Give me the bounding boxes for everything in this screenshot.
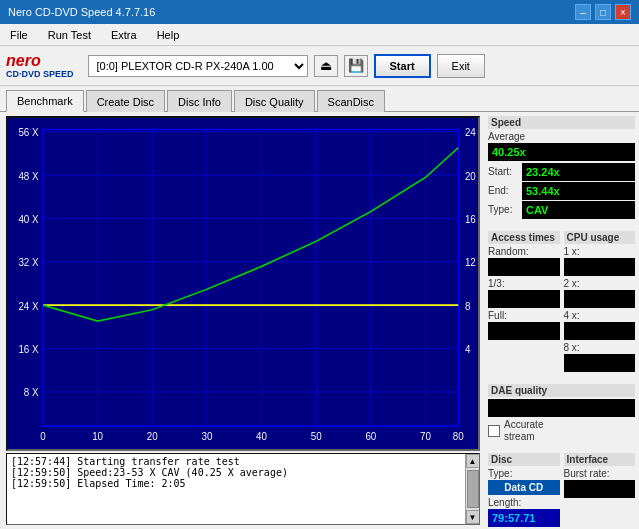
cpu-x4-value	[564, 322, 636, 340]
one-third-value	[488, 290, 560, 308]
log-scroll-down[interactable]: ▼	[466, 510, 480, 524]
cpu-x1-value	[564, 258, 636, 276]
svg-text:24 X: 24 X	[18, 301, 39, 312]
cpu-x8-value	[564, 354, 636, 372]
maximize-button[interactable]: □	[595, 4, 611, 20]
chart-svg: 56 X 48 X 40 X 32 X 24 X 16 X 8 X 24 20 …	[8, 118, 478, 449]
drive-select[interactable]: [0:0] PLEXTOR CD-R PX-240A 1.00	[88, 55, 308, 77]
disc-length-label: Length:	[488, 497, 560, 508]
menu-runtest[interactable]: Run Test	[42, 27, 97, 43]
log-scrollbar[interactable]: ▲ ▼	[465, 454, 479, 524]
log-scroll-thumb[interactable]	[467, 470, 479, 508]
main-content: 56 X 48 X 40 X 32 X 24 X 16 X 8 X 24 20 …	[0, 112, 639, 529]
end-value: 53.44x	[522, 182, 635, 200]
svg-text:20: 20	[465, 170, 476, 181]
menu-help[interactable]: Help	[151, 27, 186, 43]
titlebar: Nero CD-DVD Speed 4.7.7.16 – □ ×	[0, 0, 639, 24]
logo-main: nero	[6, 53, 74, 69]
disc-title: Disc	[488, 453, 560, 466]
svg-text:50: 50	[311, 431, 322, 442]
accurate-stream-row: Accurate stream	[488, 419, 635, 443]
cpu-x8-label: 8 x:	[564, 342, 636, 353]
close-button[interactable]: ×	[615, 4, 631, 20]
chart-container: 56 X 48 X 40 X 32 X 24 X 16 X 8 X 24 20 …	[6, 116, 480, 451]
right-panel: Speed Average 40.25x Start: 23.24x End: …	[484, 112, 639, 529]
svg-text:0: 0	[40, 431, 46, 442]
dae-section: DAE quality Accurate stream	[488, 384, 635, 443]
disc-section: Disc Type: Data CD Length: 79:57.71	[488, 453, 560, 529]
window-title: Nero CD-DVD Speed 4.7.7.16	[8, 6, 155, 18]
accurate-stream-checkbox[interactable]	[488, 425, 500, 437]
average-value: 40.25x	[488, 143, 635, 161]
random-value	[488, 258, 560, 276]
chart-wrapper: 56 X 48 X 40 X 32 X 24 X 16 X 8 X 24 20 …	[0, 112, 484, 529]
tab-disc-info[interactable]: Disc Info	[167, 90, 232, 112]
stream-label: stream	[504, 431, 543, 442]
tab-benchmark[interactable]: Benchmark	[6, 90, 84, 112]
svg-text:20: 20	[147, 431, 158, 442]
disc-type-value: Data CD	[488, 480, 560, 495]
menubar: File Run Test Extra Help	[0, 24, 639, 46]
svg-text:32 X: 32 X	[18, 257, 39, 268]
average-label: Average	[488, 131, 525, 142]
tab-scandisc[interactable]: ScanDisc	[317, 90, 385, 112]
cpu-x1-label: 1 x:	[564, 246, 636, 257]
menu-extra[interactable]: Extra	[105, 27, 143, 43]
dae-title: DAE quality	[488, 384, 635, 397]
type-label: Type:	[488, 204, 520, 215]
svg-text:16: 16	[465, 214, 476, 225]
menu-file[interactable]: File	[4, 27, 34, 43]
toolbar: nero CD·DVD SPEED [0:0] PLEXTOR CD-R PX-…	[0, 46, 639, 86]
cpu-x4-label: 4 x:	[564, 310, 636, 321]
cpu-x2-label: 2 x:	[564, 278, 636, 289]
end-label: End:	[488, 185, 520, 196]
interface-section: Interface Burst rate:	[564, 453, 636, 529]
svg-text:40: 40	[256, 431, 267, 442]
eject-icon-button[interactable]: ⏏	[314, 55, 338, 77]
minimize-button[interactable]: –	[575, 4, 591, 20]
exit-button[interactable]: Exit	[437, 54, 485, 78]
access-cpu-row: Access times Random: 1/3: Full: CPU usag…	[488, 231, 635, 374]
save-icon-button[interactable]: 💾	[344, 55, 368, 77]
start-button[interactable]: Start	[374, 54, 431, 78]
burst-value	[564, 480, 636, 498]
speed-section: Speed Average 40.25x Start: 23.24x End: …	[488, 116, 635, 221]
svg-text:60: 60	[365, 431, 376, 442]
svg-text:80: 80	[453, 431, 464, 442]
svg-text:56 X: 56 X	[18, 127, 39, 138]
svg-text:24: 24	[465, 127, 476, 138]
interface-title: Interface	[564, 453, 636, 466]
svg-text:70: 70	[420, 431, 431, 442]
cpu-section: CPU usage 1 x: 2 x: 4 x: 8 x:	[564, 231, 636, 374]
tab-disc-quality[interactable]: Disc Quality	[234, 90, 315, 112]
disc-interface-row: Disc Type: Data CD Length: 79:57.71 Inte…	[488, 453, 635, 529]
one-third-label: 1/3:	[488, 278, 560, 289]
log-content: [12:57:44] Starting transfer rate test […	[7, 454, 479, 524]
dae-value	[488, 399, 635, 417]
log-entry-0: [12:57:44] Starting transfer rate test	[11, 456, 475, 467]
disc-type-label: Type:	[488, 468, 560, 479]
burst-label: Burst rate:	[564, 468, 636, 479]
window-controls: – □ ×	[575, 4, 631, 20]
cpu-x2-value	[564, 290, 636, 308]
svg-text:8 X: 8 X	[24, 387, 39, 398]
svg-rect-0	[8, 118, 478, 449]
full-label: Full:	[488, 310, 560, 321]
log-area: [12:57:44] Starting transfer rate test […	[6, 453, 480, 525]
svg-text:48 X: 48 X	[18, 170, 39, 181]
cpu-title: CPU usage	[564, 231, 636, 244]
full-value	[488, 322, 560, 340]
disc-length-value: 79:57.71	[488, 509, 560, 527]
log-scroll-up[interactable]: ▲	[466, 454, 480, 468]
log-entry-1: [12:59:50] Speed:23-53 X CAV (40.25 X av…	[11, 467, 475, 478]
log-entry-2: [12:59:50] Elapsed Time: 2:05	[11, 478, 475, 489]
svg-text:16 X: 16 X	[18, 344, 39, 355]
svg-text:10: 10	[92, 431, 103, 442]
random-label: Random:	[488, 246, 560, 257]
svg-text:40 X: 40 X	[18, 214, 39, 225]
tab-create-disc[interactable]: Create Disc	[86, 90, 165, 112]
speed-title: Speed	[488, 116, 635, 129]
start-value: 23.24x	[522, 163, 635, 181]
svg-text:12: 12	[465, 257, 476, 268]
tabbar: Benchmark Create Disc Disc Info Disc Qua…	[0, 86, 639, 112]
